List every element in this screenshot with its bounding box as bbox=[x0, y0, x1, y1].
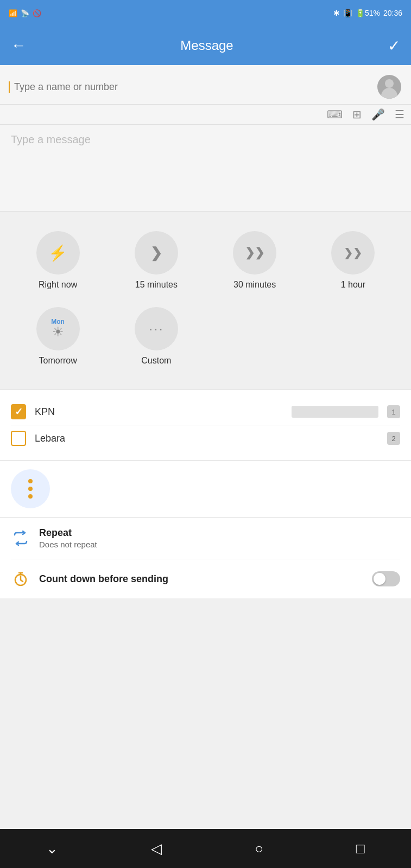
kpn-badge: 1 bbox=[387, 405, 400, 418]
custom-circle: ··· bbox=[135, 307, 178, 350]
dot-1 bbox=[28, 479, 33, 483]
recipient-input[interactable] bbox=[9, 81, 370, 93]
contact-picker-button[interactable] bbox=[376, 74, 402, 100]
message-placeholder: Type a message bbox=[11, 133, 91, 145]
vibrate-icon: 📳 bbox=[343, 9, 352, 17]
kpn-name: KPN bbox=[35, 406, 283, 418]
lebara-checkbox[interactable] bbox=[11, 431, 26, 446]
tomorrow-label: Tomorrow bbox=[39, 356, 77, 366]
schedule-custom[interactable]: ··· Custom bbox=[107, 301, 205, 372]
repeat-row[interactable]: Repeat Does not repeat bbox=[11, 518, 400, 559]
more-options-section bbox=[0, 461, 411, 517]
status-left: 📶 📡 🚫 bbox=[9, 9, 41, 17]
voice-typing-icon[interactable]: ⊞ bbox=[352, 108, 362, 121]
message-area[interactable]: Type a message bbox=[0, 125, 411, 212]
dots-vertical-icon bbox=[28, 479, 33, 499]
sun-icon: ☀ bbox=[52, 324, 64, 340]
countdown-row[interactable]: Count down before sending bbox=[11, 559, 400, 598]
1-hour-circle: ❯❯ bbox=[331, 231, 375, 275]
list-icon[interactable]: ☰ bbox=[395, 108, 404, 121]
status-bar: 📶 📡 🚫 ✱ 📳 🔋51% 20:36 bbox=[0, 0, 411, 26]
signal-icon: 📶 bbox=[9, 9, 17, 17]
lebara-badge: 2 bbox=[387, 432, 400, 445]
schedule-row-1: ⚡ Right now ❯ 15 minutes ❯❯ 30 minutes ❯… bbox=[9, 225, 402, 296]
15-min-circle: ❯ bbox=[135, 231, 178, 275]
schedule-section: ⚡ Right now ❯ 15 minutes ❯❯ 30 minutes ❯… bbox=[0, 212, 411, 390]
wifi-icon: 📡 bbox=[21, 9, 29, 17]
15-min-label: 15 minutes bbox=[135, 280, 178, 290]
nav-back-button[interactable]: ◁ bbox=[151, 840, 162, 857]
settings-section: Repeat Does not repeat Count down before… bbox=[0, 517, 411, 598]
confirm-button[interactable]: ✓ bbox=[388, 37, 400, 55]
right-now-label: Right now bbox=[39, 280, 77, 290]
repeat-icon bbox=[11, 528, 30, 548]
dot-3 bbox=[28, 494, 33, 499]
sim-item-kpn[interactable]: KPN 1 bbox=[11, 399, 400, 425]
no-sim-icon: 🚫 bbox=[33, 9, 41, 17]
repeat-title: Repeat bbox=[39, 527, 400, 539]
back-button[interactable]: ← bbox=[11, 37, 26, 54]
nav-home-button[interactable]: ○ bbox=[255, 840, 263, 857]
nav-recent-button[interactable]: □ bbox=[356, 840, 365, 857]
keyboard-icon[interactable]: ⌨ bbox=[327, 108, 343, 121]
microphone-icon[interactable]: 🎤 bbox=[371, 108, 385, 121]
nav-down-button[interactable]: ⌄ bbox=[46, 840, 58, 857]
schedule-tomorrow[interactable]: Mon ☀ Tomorrow bbox=[9, 301, 107, 372]
bluetooth-icon: ✱ bbox=[333, 9, 340, 17]
battery-icon: 🔋51% bbox=[356, 9, 380, 17]
countdown-icon bbox=[11, 569, 30, 589]
schedule-right-now[interactable]: ⚡ Right now bbox=[9, 225, 107, 296]
schedule-1-hour[interactable]: ❯❯ 1 hour bbox=[304, 225, 402, 296]
clock: 20:36 bbox=[383, 9, 402, 17]
countdown-title: Count down before sending bbox=[39, 573, 363, 585]
schedule-30-minutes[interactable]: ❯❯ 30 minutes bbox=[206, 225, 304, 296]
kpn-bar bbox=[292, 406, 378, 418]
repeat-text: Repeat Does not repeat bbox=[39, 527, 400, 549]
schedule-row-2: Mon ☀ Tomorrow ··· Custom bbox=[9, 301, 402, 372]
countdown-text: Count down before sending bbox=[39, 573, 363, 585]
countdown-toggle[interactable] bbox=[372, 571, 400, 586]
right-now-circle: ⚡ bbox=[36, 231, 80, 275]
nav-bar: ⌄ ◁ ○ □ bbox=[0, 829, 411, 868]
repeat-subtitle: Does not repeat bbox=[39, 540, 400, 549]
input-tools: ⌨ ⊞ 🎤 ☰ bbox=[0, 105, 411, 125]
dot-2 bbox=[28, 487, 33, 491]
sim-item-lebara[interactable]: Lebara 2 bbox=[11, 425, 400, 451]
1-hour-label: 1 hour bbox=[341, 280, 365, 290]
sim-section: KPN 1 Lebara 2 bbox=[0, 390, 411, 461]
app-bar: ← Message ✓ bbox=[0, 26, 411, 65]
30-min-circle: ❯❯ bbox=[233, 231, 276, 275]
custom-label: Custom bbox=[141, 356, 171, 366]
recipient-section bbox=[0, 65, 411, 105]
tomorrow-circle: Mon ☀ bbox=[36, 307, 80, 350]
lebara-name: Lebara bbox=[35, 433, 378, 444]
30-min-label: 30 minutes bbox=[233, 280, 276, 290]
schedule-15-minutes[interactable]: ❯ 15 minutes bbox=[107, 225, 205, 296]
kpn-checkbox[interactable] bbox=[11, 404, 26, 419]
status-right: ✱ 📳 🔋51% 20:36 bbox=[333, 9, 402, 17]
app-bar-title: Message bbox=[180, 38, 233, 53]
more-options-button[interactable] bbox=[11, 469, 50, 508]
